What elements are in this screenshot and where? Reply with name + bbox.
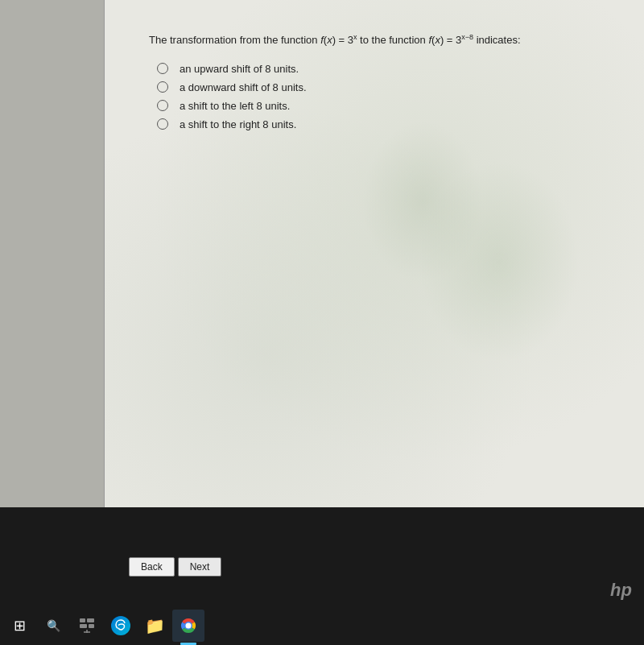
option-1[interactable]: an upward shift of 8 units. xyxy=(157,63,608,75)
content-panel: The transformation from the function f(x… xyxy=(129,16,628,153)
option-2[interactable]: a downward shift of 8 units. xyxy=(157,81,608,93)
taskbar-edge[interactable] xyxy=(105,610,137,642)
question-text: The transformation from the function f(x… xyxy=(149,32,608,48)
taskbar-windows-button[interactable]: ⊞ xyxy=(3,610,35,642)
question-text-suffix: indicates: xyxy=(473,34,521,46)
taskview-icon xyxy=(80,618,94,633)
svg-rect-0 xyxy=(80,618,85,622)
svg-rect-1 xyxy=(87,618,94,622)
taskbar: ⊞ 🔍 📁 xyxy=(0,606,644,645)
func1: f(x) = 3x xyxy=(320,34,357,46)
explorer-icon: 📁 xyxy=(145,616,165,635)
option-3[interactable]: a shift to the left 8 units. xyxy=(157,100,608,112)
taskbar-chrome[interactable] xyxy=(172,610,204,642)
func2: f(x) = 3x−8 xyxy=(428,34,473,46)
option-4[interactable]: a shift to the right 8 units. xyxy=(157,118,608,130)
svg-rect-2 xyxy=(80,624,87,628)
hp-logo: hp xyxy=(610,580,632,601)
radio-3[interactable] xyxy=(157,100,168,111)
next-button[interactable]: Next xyxy=(178,557,222,577)
option-label-4: a shift to the right 8 units. xyxy=(180,118,296,130)
bg-decoration-1 xyxy=(419,161,580,362)
chrome-icon xyxy=(178,615,199,636)
left-sidebar xyxy=(0,0,105,507)
edge-icon xyxy=(111,616,130,635)
windows-icon: ⊞ xyxy=(14,617,26,635)
options-list: an upward shift of 8 units. a downward s… xyxy=(157,63,608,130)
option-label-2: a downward shift of 8 units. xyxy=(180,81,307,93)
svg-rect-3 xyxy=(89,624,94,628)
svg-point-9 xyxy=(186,623,192,629)
radio-1[interactable] xyxy=(157,63,168,74)
bottom-buttons: Back Next xyxy=(129,557,221,577)
taskbar-explorer[interactable]: 📁 xyxy=(138,610,171,642)
taskbar-search[interactable]: 🔍 xyxy=(37,610,69,642)
option-label-1: an upward shift of 8 units. xyxy=(180,63,299,75)
question-text-prefix: The transformation from the function xyxy=(149,34,320,46)
back-button[interactable]: Back xyxy=(129,557,175,577)
search-icon: 🔍 xyxy=(47,619,60,632)
option-label-3: a shift to the left 8 units. xyxy=(180,100,290,112)
radio-2[interactable] xyxy=(157,81,168,93)
question-text-middle: to the function xyxy=(357,34,429,46)
radio-4[interactable] xyxy=(157,118,168,130)
taskbar-taskview[interactable] xyxy=(71,610,103,642)
